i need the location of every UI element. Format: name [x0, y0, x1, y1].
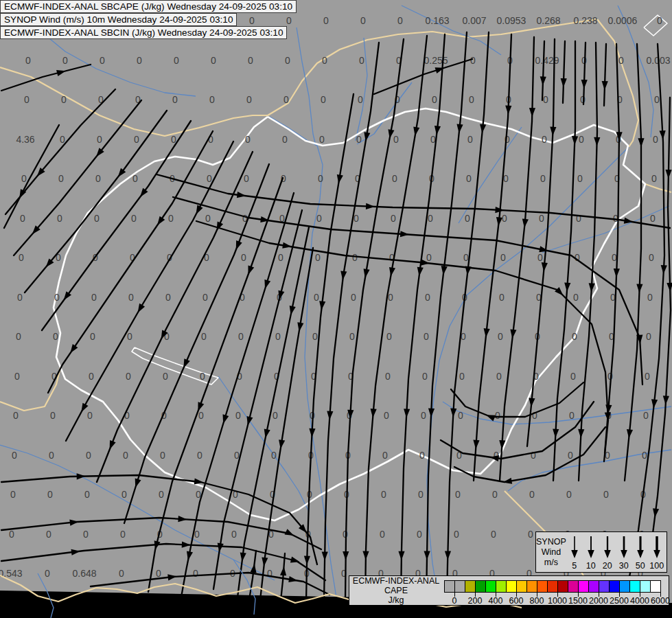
grid-value: 0: [539, 213, 544, 224]
grid-value: 0: [95, 173, 101, 184]
grid-value: 0.268: [536, 15, 560, 26]
grid-value: 0: [245, 134, 251, 145]
grid-value: 0.007: [462, 15, 486, 26]
grid-value: 0: [650, 213, 656, 224]
grid-value: 0: [358, 94, 363, 105]
grid-value: 0: [315, 252, 321, 263]
grid-value: 0: [422, 371, 428, 382]
grid-value: 0: [131, 213, 137, 224]
wind-scale-value: 10: [586, 562, 596, 571]
grid-value: 0: [388, 292, 393, 303]
grid-value: 0: [573, 292, 579, 303]
grid-value: 0: [275, 331, 281, 342]
grid-value: 0: [386, 331, 392, 342]
cape-color-swatch: [537, 580, 548, 593]
grid-value: 0: [572, 331, 577, 342]
grid-value: 0: [12, 450, 17, 461]
cape-color-swatch: [557, 580, 568, 593]
grid-value: 0: [392, 173, 397, 184]
grid-value: 0: [198, 410, 204, 421]
grid-value: 0: [323, 15, 329, 26]
grid-value: 0: [579, 134, 584, 145]
grid-value: 0: [126, 371, 131, 382]
grid-value: 0: [174, 55, 179, 66]
grid-value: 0: [127, 331, 132, 342]
grid-value: 0: [645, 371, 650, 382]
down-arrow-icon: [586, 534, 596, 559]
grid-value: 0: [531, 450, 536, 461]
grid-value: 0: [282, 134, 288, 145]
grid-value: 0: [13, 410, 19, 421]
grid-value: 0: [569, 410, 575, 421]
grid-value: 0: [496, 371, 502, 382]
grid-value: 0: [529, 489, 535, 500]
cape-color-swatch: [650, 580, 661, 593]
grid-value: 0: [570, 371, 576, 382]
grid-value: 0: [25, 55, 31, 66]
down-arrow-icon: [651, 534, 662, 559]
cape-color-swatch: [578, 580, 589, 593]
grid-value: 0: [134, 134, 139, 145]
grid-value: 0: [278, 252, 283, 263]
grid-value: 0: [393, 134, 399, 145]
wind-legend-title: SYNOP Wind m/s: [536, 532, 566, 572]
grid-value: 0.648: [72, 568, 96, 579]
cape-color-swatch: [516, 580, 527, 593]
grid-value: 0: [57, 213, 62, 224]
grid-value: 0: [500, 252, 506, 263]
grid-value: 0: [424, 331, 429, 342]
cape-color-swatch: [629, 580, 640, 593]
grid-value: 0: [246, 94, 252, 105]
grid-value: 0: [84, 489, 90, 500]
grid-value: 0: [211, 55, 216, 66]
grid-value: 0: [235, 410, 241, 421]
grid-value: 0: [360, 15, 366, 26]
wind-scale-item: 5: [566, 534, 583, 571]
grid-value: 0.255: [424, 55, 448, 66]
grid-value: 0: [24, 94, 30, 105]
grid-value: 0: [89, 371, 94, 382]
grid-value: 0: [417, 529, 422, 540]
grid-value: 0: [200, 371, 205, 382]
grid-value: 0.0006: [608, 15, 638, 26]
wind-scale-item: 20: [599, 534, 616, 571]
grid-value: 0.429: [535, 55, 559, 66]
grid-value: 0: [87, 410, 93, 421]
grid-value: 0: [231, 529, 237, 540]
grid-value: 0: [528, 529, 533, 540]
grid-value: 0: [455, 489, 461, 500]
grid-value: 0: [312, 331, 318, 342]
grid-value: 0: [314, 292, 319, 303]
grid-value: 0: [21, 173, 27, 184]
grid-value: 0: [46, 529, 51, 540]
grid-value: 0: [209, 94, 215, 105]
cape-color-swatch: [640, 580, 651, 593]
cape-legend-line3: J/kg: [349, 596, 443, 606]
grid-value: 0: [128, 292, 134, 303]
grid-value: 0: [14, 371, 20, 382]
cape-color-swatch: [496, 580, 507, 593]
grid-value: 0: [502, 213, 507, 224]
wind-legend-line3: m/s: [536, 558, 566, 568]
grid-value: 0: [646, 331, 651, 342]
grid-value: 0: [542, 134, 547, 145]
grid-value: 0: [603, 489, 609, 500]
grid-value: 0: [649, 252, 654, 263]
grid-value: 0: [49, 450, 54, 461]
grid-value: 0: [62, 55, 68, 66]
grid-value: 0: [273, 410, 278, 421]
grid-value: 0: [454, 529, 459, 540]
grid-value: 0: [83, 529, 89, 540]
cape-legend-title: ECMWF-INDEX-ANAL CAPE J/kg: [349, 577, 443, 605]
down-arrow-icon: [635, 534, 646, 559]
grid-value: 0: [97, 134, 102, 145]
grid-value: 0: [654, 94, 660, 105]
wind-speed-legend: SYNOP Wind m/s 510203050100: [535, 531, 667, 573]
grid-value: 0: [47, 489, 53, 500]
cape-color-swatch: [526, 580, 537, 593]
grid-value: 0: [318, 173, 323, 184]
weather-map-screen: 000000000000.1630.0070.09530.2680.2380.0…: [0, 0, 672, 618]
cape-color-swatch: [599, 580, 610, 593]
grid-value: 0: [50, 410, 56, 421]
cape-color-swatch: [547, 580, 558, 593]
